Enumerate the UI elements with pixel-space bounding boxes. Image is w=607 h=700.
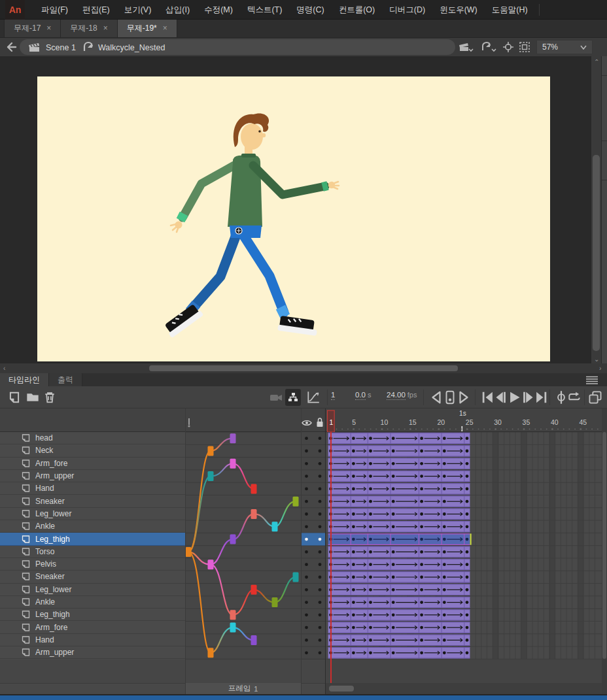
breadcrumb-scene[interactable]: Scene 1 [46,40,76,56]
frames-horizontal-scrollbar[interactable] [325,683,602,694]
center-playhead-icon[interactable] [554,390,568,405]
keyframe-dot[interactable] [443,538,446,541]
keyframe-dot[interactable] [392,651,395,654]
layer-visibility-dot[interactable] [305,525,308,528]
scroll-down-chevron-icon[interactable]: ⌄ [594,354,599,364]
keyframe-dot[interactable] [420,512,423,516]
playhead-marker-icon[interactable] [443,390,457,405]
step-back-icon[interactable] [429,390,443,405]
keyframe-dot[interactable] [352,437,355,440]
panel-tab[interactable]: 출력 [49,373,82,386]
keyframe-dot[interactable] [392,525,395,528]
onion-copy-icon[interactable] [588,390,602,405]
keyframe-dot[interactable] [369,613,372,616]
keyframe-dot[interactable] [352,626,355,629]
keyframe-dot[interactable] [420,576,423,579]
back-arrow-icon[interactable] [5,42,17,52]
layer-parent-tab[interactable] [293,573,299,582]
layer-parent-tab[interactable] [230,610,236,620]
keyframe-dot[interactable] [443,613,446,616]
keyframe-dot[interactable] [392,488,395,491]
stage-zoom-dropdown[interactable]: 57% [536,40,593,54]
layer-visibility-dot[interactable] [305,626,308,629]
keyframe-dot[interactable] [443,626,446,629]
keyframe-grid[interactable] [325,432,602,659]
close-icon[interactable]: × [46,20,51,37]
keyframe-dot[interactable] [352,462,355,465]
keyframe-dot[interactable] [369,651,372,654]
layer-row[interactable]: Arm_upper [0,470,185,482]
layer-lock-dot[interactable] [319,588,322,592]
keyframe-dot[interactable] [392,588,395,592]
layer-parent-tab[interactable] [208,559,214,569]
parenting-wires[interactable] [185,432,301,659]
keyframe-dot[interactable] [420,475,423,478]
stage-horizontal-scroll-thumb[interactable] [149,365,458,371]
step-forward-icon[interactable] [457,390,471,405]
menu-item[interactable]: 윈도우(W) [432,0,485,20]
layer-lock-dot[interactable] [319,613,322,616]
keyframe-dot[interactable] [352,450,355,453]
keyframe-dot[interactable] [420,626,423,629]
layer-parent-tab[interactable] [272,522,278,531]
keyframe-dot[interactable] [420,563,423,566]
keyframe-dot[interactable] [420,651,423,654]
keyframe-dot[interactable] [466,563,469,566]
timeline-ruler[interactable]: 1510152025303540451s [325,408,602,432]
layer-visibility-dot[interactable] [305,462,308,465]
layer-lock-dot[interactable] [319,626,322,629]
keyframe-dot[interactable] [392,563,395,566]
menu-item[interactable]: 명령(C) [289,0,331,20]
center-stage-icon[interactable] [502,41,514,53]
scroll-right-chevron-icon[interactable]: › [599,363,601,373]
keyframe-dot[interactable] [369,500,372,503]
last-frame-icon[interactable] [534,390,548,405]
keyframe-dot[interactable] [420,450,423,453]
layer-lock-dot[interactable] [319,500,322,503]
symbol-icon[interactable] [82,41,94,53]
keyframe-dot[interactable] [420,601,423,604]
stage-vertical-scroll-thumb[interactable] [593,155,600,351]
layer-visibility-dot[interactable] [305,613,308,616]
keyframe-dot[interactable] [466,512,469,516]
layer-parent-tab[interactable] [186,547,192,557]
layer-visibility-dot[interactable] [305,500,308,503]
menu-item[interactable]: 컨트롤(O) [332,0,383,20]
eye-icon[interactable] [302,419,312,427]
keyframe-dot[interactable] [352,576,355,579]
keyframe-dot[interactable] [352,475,355,478]
clapperboard-menu-icon[interactable] [458,41,475,53]
layer-parent-tab[interactable] [230,459,236,469]
keyframe-dot[interactable] [369,512,372,516]
layer-visibility-dot[interactable] [305,601,308,604]
keyframe-dot[interactable] [466,437,469,440]
keyframe-dot[interactable] [466,613,469,616]
keyframe-dot[interactable] [443,488,446,491]
layer-lock-dot[interactable] [319,563,322,566]
camera-icon[interactable] [269,390,283,405]
layer-row[interactable]: Pelvis [0,558,185,571]
menu-item[interactable]: 텍스트(T) [240,0,289,20]
keyframe-dot[interactable] [443,576,446,579]
keyframe-dot[interactable] [352,525,355,528]
keyframe-dot[interactable] [352,512,355,516]
keyframe-dot[interactable] [443,512,446,516]
keyframe-dot[interactable] [420,488,423,491]
keyframe-dot[interactable] [352,613,355,616]
layer-lock-dot[interactable] [319,601,322,604]
layer-row[interactable]: Neck [0,444,185,457]
keyframe-dot[interactable] [369,462,372,465]
keyframe-dot[interactable] [443,500,446,503]
graph-editor-icon[interactable] [306,390,321,405]
keyframe-dot[interactable] [392,437,395,440]
frame-rate-field[interactable]: 24.00fps [387,391,417,399]
current-frame-field[interactable]: 1 [331,391,335,399]
document-tab[interactable]: 무제-19*× [118,20,177,37]
keyframe-dot[interactable] [369,601,372,604]
clip-bounds-icon[interactable] [519,41,530,53]
keyframe-dot[interactable] [443,651,446,654]
layer-parent-tab[interactable] [251,509,257,519]
keyframe-dot[interactable] [420,588,423,592]
layer-lock-dot[interactable] [319,475,322,478]
keyframe-dot[interactable] [420,500,423,503]
